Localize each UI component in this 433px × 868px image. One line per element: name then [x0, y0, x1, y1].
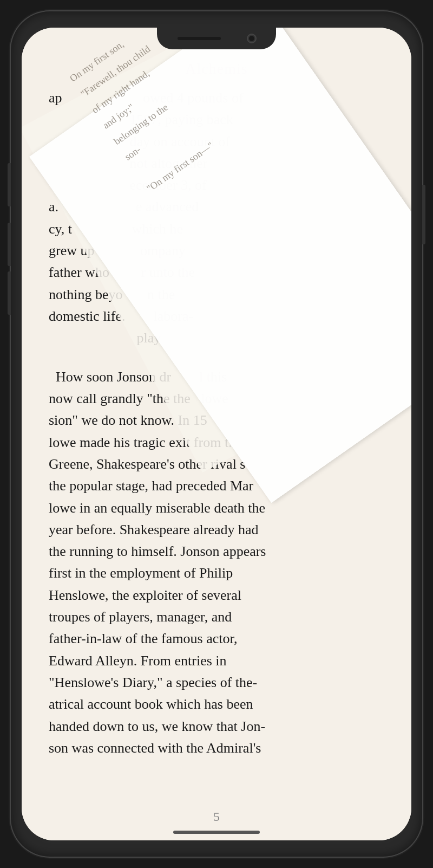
notch-speaker — [178, 37, 221, 40]
screen-content: Alchemis ap owed 4 pounds of 1597, payin… — [22, 28, 411, 840]
phone-frame: Alchemis ap owed 4 pounds of 1597, payin… — [0, 0, 433, 868]
text-area[interactable]: ap owed 4 pounds of 1597, paying back da… — [49, 87, 384, 797]
phone-outer: Alchemis ap owed 4 pounds of 1597, payin… — [11, 11, 422, 857]
home-bar — [173, 831, 260, 834]
notch — [157, 28, 276, 49]
page-number: 5 — [213, 809, 220, 824]
phone-screen: Alchemis ap owed 4 pounds of 1597, payin… — [22, 28, 411, 840]
notch-camera — [248, 35, 255, 42]
text-paragraph-2: How soon Jonson dr l this now call grand… — [49, 366, 384, 759]
text-content: ap owed 4 pounds of 1597, paying back da… — [49, 87, 384, 759]
